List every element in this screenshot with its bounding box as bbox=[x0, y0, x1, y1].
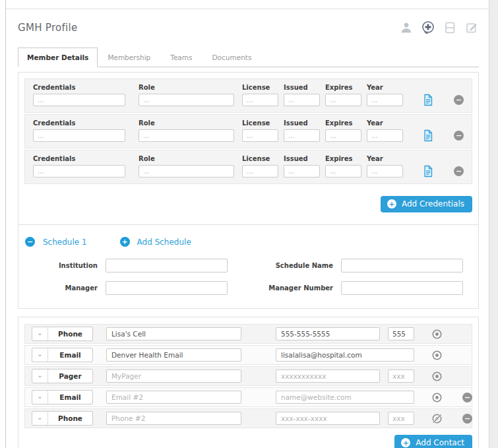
visibility-on-icon[interactable] bbox=[431, 371, 443, 382]
contact-ext-input[interactable] bbox=[388, 327, 414, 340]
visibility-on-icon[interactable] bbox=[431, 392, 443, 403]
year-input[interactable] bbox=[367, 94, 403, 106]
contact-value-input[interactable] bbox=[276, 391, 414, 404]
plus-icon: + bbox=[387, 199, 396, 208]
manager-input[interactable] bbox=[106, 281, 228, 295]
license-column-label: License bbox=[242, 119, 278, 127]
expires-input[interactable] bbox=[325, 94, 361, 106]
contact-type-select[interactable]: ⌄ Phone bbox=[32, 411, 93, 426]
role-input[interactable] bbox=[139, 94, 234, 106]
contact-type-select[interactable]: ⌄ Pager bbox=[32, 369, 93, 383]
schedule-title-link[interactable]: Schedule 1 bbox=[43, 238, 87, 247]
role-column-label: Role bbox=[139, 84, 234, 91]
year-column-label: Year bbox=[367, 119, 403, 127]
credentials-input[interactable] bbox=[33, 94, 125, 106]
contact-name-input[interactable] bbox=[106, 369, 241, 383]
contact-row: ⌄ Email − bbox=[24, 387, 472, 407]
chevron-down-icon: ⌄ bbox=[32, 412, 48, 425]
contact-type-label: Pager bbox=[48, 369, 92, 383]
contact-ext-input[interactable] bbox=[388, 369, 414, 383]
contact-value-input[interactable] bbox=[276, 348, 414, 362]
contact-type-select[interactable]: ⌄ Phone bbox=[32, 327, 93, 341]
manager-label: Manager bbox=[35, 284, 98, 292]
credential-document-icon[interactable] bbox=[423, 165, 433, 177]
add-schedule-icon[interactable]: + bbox=[120, 237, 130, 247]
license-input[interactable] bbox=[242, 129, 278, 142]
expires-input[interactable] bbox=[325, 129, 361, 142]
chevron-down-icon: ⌄ bbox=[32, 348, 48, 362]
issued-input[interactable] bbox=[284, 165, 320, 177]
notebook-icon[interactable] bbox=[443, 20, 457, 35]
tab-membership[interactable]: Membership bbox=[98, 48, 160, 67]
tab-documents[interactable]: Documents bbox=[202, 48, 262, 67]
issued-input[interactable] bbox=[284, 129, 320, 142]
license-input[interactable] bbox=[242, 165, 278, 177]
contact-value-input[interactable] bbox=[276, 412, 380, 425]
medical-chat-icon[interactable] bbox=[421, 20, 435, 35]
year-input[interactable] bbox=[367, 129, 403, 142]
user-icon[interactable] bbox=[399, 20, 414, 35]
tab-bar: Member Details Membership Teams Document… bbox=[18, 48, 479, 67]
license-input[interactable] bbox=[242, 94, 278, 106]
remove-credential-icon[interactable]: − bbox=[454, 166, 464, 176]
contact-type-select[interactable]: ⌄ Email bbox=[32, 390, 93, 404]
year-column-label: Year bbox=[367, 155, 403, 162]
remove-credential-icon[interactable]: − bbox=[454, 95, 464, 105]
remove-credential-icon[interactable]: − bbox=[454, 131, 464, 141]
credentials-input[interactable] bbox=[33, 165, 125, 177]
credentials-column-label: Credentials bbox=[33, 84, 125, 91]
contact-value-input[interactable] bbox=[276, 327, 380, 340]
contact-name-input[interactable] bbox=[106, 412, 241, 425]
visibility-on-icon[interactable] bbox=[431, 350, 443, 361]
card-header: GMH Profile bbox=[18, 19, 479, 39]
issued-column-label: Issued bbox=[284, 84, 320, 91]
role-input[interactable] bbox=[139, 165, 234, 177]
contact-name-input[interactable] bbox=[106, 391, 241, 404]
issued-input[interactable] bbox=[284, 94, 320, 106]
schedule-name-input[interactable] bbox=[341, 259, 463, 272]
add-credentials-button[interactable]: + Add Credentials bbox=[381, 196, 472, 212]
expires-input[interactable] bbox=[325, 165, 361, 177]
contact-name-input[interactable] bbox=[106, 327, 241, 340]
chevron-down-icon: ⌄ bbox=[32, 369, 48, 383]
tab-teams[interactable]: Teams bbox=[160, 48, 202, 67]
contact-row: ⌄ Phone bbox=[24, 324, 472, 344]
compose-icon[interactable] bbox=[464, 20, 479, 35]
contact-name-input[interactable] bbox=[106, 348, 241, 362]
role-input[interactable] bbox=[139, 129, 234, 142]
profile-card: GMH Profile bbox=[6, 9, 488, 448]
chevron-down-icon: ⌄ bbox=[32, 391, 48, 404]
add-contact-button[interactable]: + Add Contact bbox=[394, 435, 472, 448]
credential-row: Credentials Role License Issued Expires … bbox=[24, 114, 472, 148]
year-column-label: Year bbox=[367, 84, 403, 91]
contact-ext-input[interactable] bbox=[388, 412, 414, 425]
credential-document-icon[interactable] bbox=[423, 129, 433, 142]
visibility-off-icon[interactable] bbox=[431, 413, 443, 424]
contact-type-label: Phone bbox=[48, 412, 92, 425]
credential-row: Credentials Role License Issued Expires … bbox=[24, 150, 472, 184]
contact-value-input[interactable] bbox=[276, 369, 380, 383]
schedule-header: − Schedule 1 + Add Schedule bbox=[18, 237, 478, 247]
institution-input[interactable] bbox=[106, 259, 228, 272]
issued-column-label: Issued bbox=[284, 155, 320, 162]
schedule-name-label: Schedule Name bbox=[235, 262, 333, 269]
chevron-down-icon: ⌄ bbox=[32, 327, 48, 340]
expires-column-label: Expires bbox=[325, 84, 361, 91]
manager-number-label: Manager Number bbox=[235, 284, 333, 292]
remove-contact-icon[interactable]: − bbox=[462, 414, 472, 424]
credentials-column-label: Credentials bbox=[33, 155, 125, 162]
contacts-panel: ⌄ Phone ⌄ Email bbox=[18, 317, 479, 448]
tab-member-details[interactable]: Member Details bbox=[18, 48, 98, 67]
page-gutter bbox=[489, 0, 498, 448]
credential-document-icon[interactable] bbox=[423, 94, 433, 106]
year-input[interactable] bbox=[367, 165, 403, 177]
credentials-input[interactable] bbox=[33, 129, 125, 142]
credentials-column-label: Credentials bbox=[33, 119, 125, 127]
visibility-on-icon[interactable] bbox=[431, 329, 443, 340]
contact-type-select[interactable]: ⌄ Email bbox=[32, 348, 93, 362]
manager-number-input[interactable] bbox=[341, 281, 463, 295]
add-schedule-link[interactable]: Add Schedule bbox=[137, 238, 191, 247]
collapse-schedule-icon[interactable]: − bbox=[25, 237, 35, 247]
schedule-form: Institution Schedule Name Manager Manage… bbox=[18, 259, 478, 295]
remove-contact-icon[interactable]: − bbox=[462, 393, 472, 402]
